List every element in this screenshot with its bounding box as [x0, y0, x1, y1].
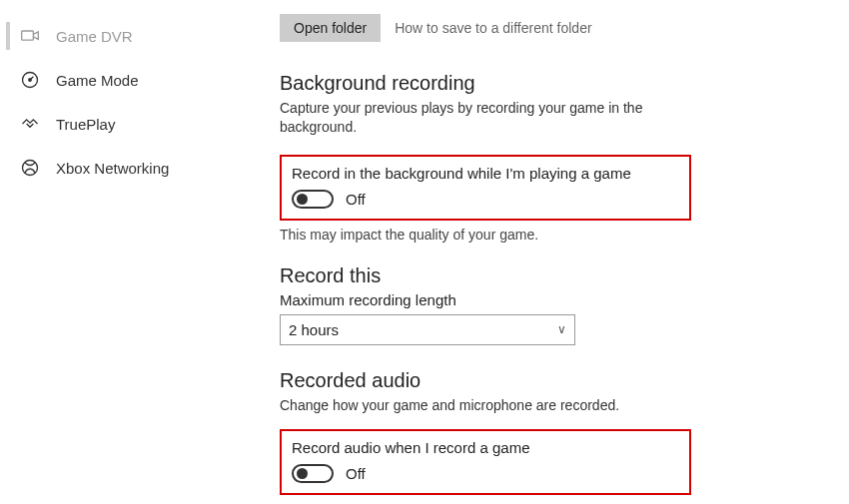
max-length-value: 2 hours — [289, 321, 339, 338]
recorded-audio-desc: Change how your game and microphone are … — [280, 396, 699, 415]
background-record-toggle-state: Off — [346, 191, 366, 208]
max-length-label: Maximum recording length — [280, 291, 839, 308]
background-record-toggle-label: Record in the background while I'm playi… — [292, 165, 679, 182]
record-audio-highlight: Record audio when I record a game Off — [280, 429, 691, 495]
record-audio-toggle-state: Off — [346, 465, 366, 482]
record-audio-toggle[interactable] — [292, 464, 334, 483]
svg-point-3 — [23, 161, 38, 176]
background-record-note: This may impact the quality of your game… — [280, 227, 839, 243]
background-record-highlight: Record in the background while I'm playi… — [280, 155, 691, 221]
toggle-knob — [297, 194, 308, 205]
save-location-link[interactable]: How to save to a different folder — [395, 20, 591, 36]
sidebar-item-trueplay[interactable]: TruePlay — [14, 102, 270, 146]
record-audio-toggle-label: Record audio when I record a game — [292, 439, 679, 456]
settings-sidebar: Game DVR Game Mode TruePlay — [0, 0, 270, 504]
background-recording-heading: Background recording — [280, 72, 839, 95]
max-length-select[interactable]: 2 hours ∨ — [280, 314, 575, 345]
sidebar-item-label: Game Mode — [56, 72, 139, 89]
sidebar-item-label: Xbox Networking — [56, 160, 169, 177]
settings-content: Open folder How to save to a different f… — [270, 0, 849, 504]
background-recording-desc: Capture your previous plays by recording… — [280, 99, 699, 137]
speedometer-icon — [20, 70, 40, 90]
sidebar-item-game-dvr[interactable]: Game DVR — [14, 14, 270, 58]
toggle-knob — [297, 468, 308, 479]
sidebar-item-xbox-networking[interactable]: Xbox Networking — [14, 146, 270, 190]
dvr-icon — [20, 26, 40, 46]
svg-point-2 — [29, 79, 32, 82]
svg-rect-0 — [22, 31, 34, 40]
sidebar-item-game-mode[interactable]: Game Mode — [14, 58, 270, 102]
handshake-icon — [20, 114, 40, 134]
chevron-down-icon: ∨ — [557, 322, 566, 336]
recorded-audio-heading: Recorded audio — [280, 369, 839, 392]
background-record-toggle[interactable] — [292, 190, 334, 209]
open-folder-button[interactable]: Open folder — [280, 14, 381, 42]
sidebar-item-label: TruePlay — [56, 116, 115, 133]
xbox-icon — [20, 158, 40, 178]
sidebar-item-label: Game DVR — [56, 28, 133, 45]
record-this-heading: Record this — [280, 264, 839, 287]
